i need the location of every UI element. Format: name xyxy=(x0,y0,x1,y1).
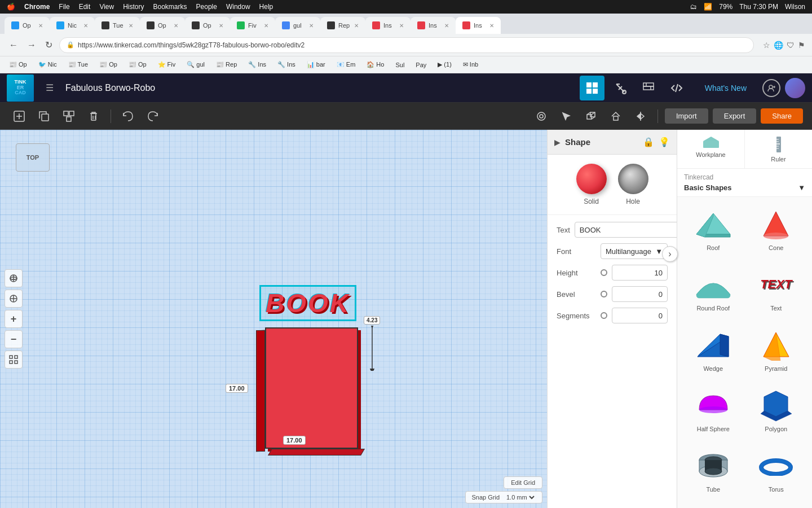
bookmark-gul[interactable]: 🔍 gul xyxy=(182,60,209,69)
export-button[interactable]: Export xyxy=(713,108,757,124)
bookmark-tue[interactable]: 📰 Tue xyxy=(64,60,92,69)
project-name[interactable]: Fabulous Borwo-Robo xyxy=(65,83,573,93)
view-cube[interactable]: TOP xyxy=(16,143,56,184)
tab-op1[interactable]: Op✕ xyxy=(5,17,50,34)
build-tool-button[interactable] xyxy=(608,76,633,100)
height-radio[interactable] xyxy=(601,269,607,276)
tinkercad-logo[interactable]: TINK ER CAD xyxy=(7,75,34,102)
flag-icon[interactable]: ⚑ xyxy=(798,41,805,50)
view-home-button[interactable] xyxy=(606,106,626,126)
forward-button[interactable]: → xyxy=(25,38,38,52)
pan-button[interactable] xyxy=(5,290,23,308)
bookmark-ho[interactable]: 🏠 Ho xyxy=(362,60,389,69)
tab-op2[interactable]: Op✕ xyxy=(140,17,185,34)
tab-nic[interactable]: Nic✕ xyxy=(50,17,95,34)
code-tool-button[interactable] xyxy=(664,76,689,100)
zoom-out-button[interactable]: − xyxy=(5,330,23,348)
bookmark-ins2[interactable]: 🔧 Ins xyxy=(273,60,300,69)
segments-radio[interactable] xyxy=(601,312,607,319)
bookmark-inb[interactable]: ✉ Inb xyxy=(458,60,483,69)
3d-object-group[interactable]: BOOK 17.00 4.23 xyxy=(265,327,358,449)
delete-button[interactable] xyxy=(83,106,104,126)
group-button[interactable] xyxy=(59,106,79,126)
bookmark-fiv[interactable]: ⭐ Fiv xyxy=(153,60,180,69)
bookmark-yt[interactable]: ▶ (1) xyxy=(433,60,456,69)
grid-view-button[interactable] xyxy=(580,76,604,100)
orbit-home-button[interactable] xyxy=(5,269,23,287)
undo-button[interactable] xyxy=(118,106,138,126)
shape-item-torus[interactable]: Torus xyxy=(745,443,808,503)
url-bar[interactable]: 🔒 https://www.tinkercad.com/things/d5wk2… xyxy=(59,37,754,53)
edit-grid-button[interactable]: Edit Grid xyxy=(504,476,542,489)
bookmark-rep[interactable]: 📰 Rep xyxy=(211,60,241,69)
tab-ins1[interactable]: Ins✕ xyxy=(365,17,411,34)
bookmark-sul[interactable]: Sul xyxy=(391,60,409,69)
bookmark-op3[interactable]: 📰 Op xyxy=(124,60,151,69)
apple-menu[interactable]: 🍎 xyxy=(7,3,15,11)
shape-item-pyramid[interactable]: Pyramid xyxy=(745,322,808,383)
import-button[interactable]: Import xyxy=(665,108,708,124)
lock-button[interactable]: 🔒 xyxy=(643,137,654,147)
zoom-in-button[interactable]: + xyxy=(5,310,23,328)
workplane-button[interactable]: Workplane xyxy=(677,130,745,168)
add-user-button[interactable] xyxy=(762,79,780,97)
whats-new-button[interactable]: What's New xyxy=(696,80,756,96)
menu-window[interactable]: Window xyxy=(226,3,250,11)
font-dropdown[interactable]: Multilanguage ▼ xyxy=(601,243,668,259)
shape-collapse-button[interactable]: ▶ xyxy=(554,138,561,147)
snap-grid-select[interactable]: 1.0 mm 0.5 mm 0.1 mm xyxy=(504,493,536,501)
bookmark-op2[interactable]: 📰 Op xyxy=(95,60,122,69)
new-shape-button[interactable] xyxy=(9,106,29,126)
extension-icon[interactable]: 🌐 xyxy=(774,41,783,50)
tab-gul[interactable]: gul✕ xyxy=(275,17,320,34)
solid-type-option[interactable]: Solid xyxy=(576,164,607,205)
view-cube-box[interactable]: TOP xyxy=(16,143,50,172)
ruler-button[interactable]: Ruler xyxy=(745,130,812,168)
copy-button[interactable] xyxy=(34,106,54,126)
shape-item-polygon[interactable]: Polygon xyxy=(745,383,808,443)
library-category-dropdown[interactable]: Basic Shapes ▼ xyxy=(684,183,805,192)
brick-tool-button[interactable] xyxy=(636,76,661,100)
shape-item-wedge[interactable]: Wedge xyxy=(682,322,745,383)
bookmark-bar[interactable]: 📊 bar xyxy=(302,60,330,69)
tab-op3[interactable]: Op✕ xyxy=(185,17,230,34)
height-input[interactable] xyxy=(612,265,668,281)
text-input[interactable] xyxy=(575,222,679,238)
menu-history[interactable]: History xyxy=(123,3,144,11)
menu-file[interactable]: File xyxy=(59,3,69,11)
bookmark-ins1[interactable]: 🔧 Ins xyxy=(244,60,271,69)
bookmark-em[interactable]: 📧 Em xyxy=(332,60,360,69)
tab-ins2[interactable]: Ins✕ xyxy=(411,17,456,34)
bookmark-star-icon[interactable]: ☆ xyxy=(763,41,770,50)
shape-item-round-roof[interactable]: Round Roof xyxy=(682,262,745,322)
hole-type-option[interactable]: Hole xyxy=(618,164,648,205)
bevel-radio[interactable] xyxy=(601,291,607,297)
menu-view[interactable]: View xyxy=(99,3,114,11)
tab-tue[interactable]: Tue✕ xyxy=(95,17,140,34)
view-perspective-button[interactable] xyxy=(581,106,601,126)
shape-item-tube[interactable]: Tube xyxy=(682,443,745,503)
user-avatar[interactable] xyxy=(785,78,805,98)
back-button[interactable]: ← xyxy=(7,38,20,52)
shapes-panel-arrow[interactable]: › xyxy=(662,246,678,262)
light-button[interactable]: 💡 xyxy=(659,137,670,147)
share-button[interactable]: Share xyxy=(761,108,803,124)
view-orbit-button[interactable] xyxy=(531,106,551,126)
fit-button[interactable] xyxy=(5,351,23,369)
shape-item-text[interactable]: TEXT Text xyxy=(745,262,808,322)
shield-icon[interactable]: 🛡 xyxy=(787,41,795,50)
canvas-area[interactable]: TOP + − BOOK xyxy=(0,130,547,508)
segments-input[interactable] xyxy=(612,308,668,323)
redo-button[interactable] xyxy=(143,106,163,126)
bookmark-op[interactable]: 📰 Op xyxy=(5,60,32,69)
shape-item-roof[interactable]: Roof xyxy=(682,202,745,262)
menu-people[interactable]: People xyxy=(196,3,217,11)
tab-rep[interactable]: Rep✕ xyxy=(320,17,365,34)
bevel-input[interactable] xyxy=(612,286,668,302)
menu-bookmarks[interactable]: Bookmarks xyxy=(153,3,187,11)
bookmark-pay[interactable]: Pay xyxy=(411,60,431,69)
view-select-button[interactable] xyxy=(556,106,576,126)
bookmark-nic[interactable]: 🐦 Nic xyxy=(34,60,61,69)
reload-button[interactable]: ↻ xyxy=(43,37,55,52)
tab-fiv[interactable]: Fiv✕ xyxy=(230,17,275,34)
